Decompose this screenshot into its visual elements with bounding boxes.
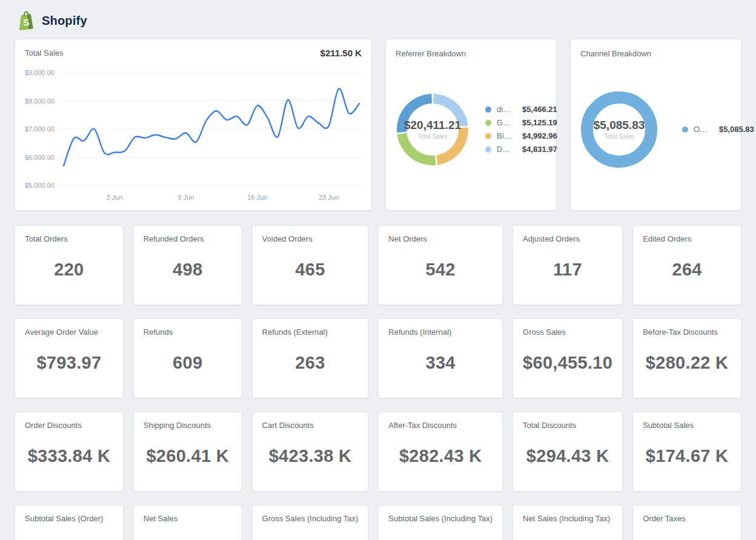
legend-item[interactable]: D…$4,831.97 — [485, 145, 557, 154]
kpi-label: Gross Sales (Including Tax) — [262, 514, 359, 523]
kpi-card: Cart Discounts$423.38 K — [252, 412, 369, 492]
legend-item[interactable]: G…$5,125.19 — [485, 118, 557, 127]
donut-segment[interactable] — [397, 133, 436, 165]
kpi-label: Refunds (Internal) — [388, 328, 492, 337]
svg-text:9 Jun: 9 Jun — [177, 194, 194, 201]
legend-value: $4,831.97 — [522, 145, 557, 154]
kpi-value: 263 — [262, 337, 359, 389]
sales-line — [64, 88, 359, 166]
kpi-value — [523, 523, 612, 540]
kpi-value: 465 — [262, 243, 359, 296]
kpi-label: Order Taxes — [643, 514, 731, 523]
channel-breakdown-title: Channel Breakdown — [580, 49, 731, 58]
total-sales-line-chart: $9,000.00$8,000.00$7,000.00$6,000.00$5,0… — [25, 58, 363, 203]
kpi-card: Gross Sales$60,455.10 — [512, 318, 623, 398]
svg-text:2 Jun: 2 Jun — [107, 194, 123, 201]
kpi-label: Subtotal Sales (Including Tax) — [388, 514, 492, 523]
donut-segment[interactable] — [397, 94, 432, 133]
app-header: S Shopify — [15, 6, 741, 39]
kpi-card: Edited Orders264 — [632, 225, 741, 305]
kpi-value: 220 — [25, 243, 113, 296]
legend-dot-icon — [682, 127, 688, 133]
kpi-card: Total Discounts$294.43 K — [512, 412, 623, 492]
legend-dot-icon — [485, 133, 491, 139]
kpi-card: Before-Tax Discounts$280.22 K — [632, 318, 741, 398]
kpi-value: $333.84 K — [25, 430, 113, 482]
legend-label: G… — [497, 118, 515, 127]
kpi-label: Total Orders — [25, 234, 113, 243]
kpi-value: 609 — [144, 337, 232, 389]
kpi-value: $423.38 K — [262, 430, 359, 482]
kpi-label: Cart Discounts — [262, 421, 359, 430]
legend-value: $5,125.19 — [522, 118, 557, 127]
kpi-label: Before-Tax Discounts — [643, 328, 731, 337]
kpi-label: After-Tax Discounts — [388, 421, 492, 430]
total-sales-card: Total Sales $211.50 K $9,000.00$8,000.00… — [15, 39, 372, 211]
kpi-label: Adjusted Orders — [523, 234, 612, 243]
channel-donut-wrap: $5,085.83 Total Sales — [580, 91, 658, 168]
legend-label: O… — [694, 125, 712, 134]
donut-segment[interactable] — [436, 127, 468, 165]
channel-breakdown-body: $5,085.83 Total Sales O…$5,085.83 — [580, 58, 731, 200]
shopify-logo-icon: S — [18, 11, 35, 30]
kpi-value — [643, 523, 731, 540]
kpi-label: Order Discounts — [25, 421, 113, 430]
legend-value: $5,466.21 — [522, 105, 557, 114]
kpi-label: Average Order Value — [25, 328, 113, 337]
kpi-label: Total Discounts — [523, 421, 612, 430]
kpi-value: $282.43 K — [388, 430, 492, 482]
kpi-value: $793.97 — [25, 337, 113, 389]
kpi-value — [262, 523, 359, 540]
svg-text:23 Jun: 23 Jun — [319, 194, 339, 201]
app-title: Shopify — [42, 14, 87, 28]
channel-donut-chart — [580, 91, 658, 168]
svg-text:$6,000.00: $6,000.00 — [25, 154, 55, 161]
kpi-label: Edited Orders — [643, 234, 731, 243]
legend-item[interactable]: di…$5,466.21 — [485, 105, 557, 114]
channel-breakdown-card: Channel Breakdown $5,085.83 Total Sales … — [570, 39, 741, 211]
donut-segment[interactable] — [587, 97, 651, 162]
legend-label: D… — [497, 145, 515, 154]
kpi-card: Net Sales — [133, 505, 242, 540]
legend-item[interactable]: O…$5,085.83 — [682, 125, 754, 134]
svg-text:$9,000.00: $9,000.00 — [25, 69, 55, 76]
kpi-value: 264 — [643, 243, 731, 296]
top-charts-row: Total Sales $211.50 K $9,000.00$8,000.00… — [15, 39, 741, 211]
kpi-card: After-Tax Discounts$282.43 K — [378, 412, 503, 492]
kpi-card: Refunds (Internal)334 — [378, 318, 503, 398]
legend-value: $4,992.96 — [522, 131, 557, 140]
legend-dot-icon — [485, 120, 491, 126]
kpi-value: 542 — [388, 243, 492, 296]
total-sales-card-header: Total Sales $211.50 K — [25, 48, 362, 58]
kpi-card: Net Sales (Including Tax) — [512, 505, 623, 540]
total-sales-title: Total Sales — [25, 48, 64, 58]
referrer-breakdown-card: Referrer Breakdown $20,411.21 Total Sale… — [385, 39, 557, 211]
legend-item[interactable]: Bi…$4,992.96 — [485, 131, 557, 140]
channel-legend: O…$5,085.83 — [682, 120, 754, 138]
kpi-value: $260.41 K — [144, 430, 232, 482]
referrer-legend: di…$5,466.21G…$5,125.19Bi…$4,992.96D…$4,… — [485, 100, 557, 158]
kpi-label: Net Sales (Including Tax) — [523, 514, 612, 523]
total-sales-summary-value: $211.50 K — [320, 48, 362, 58]
dashboard-page: S Shopify Total Sales $211.50 K $9,000.0… — [0, 0, 756, 540]
kpi-card: Total Orders220 — [15, 225, 124, 305]
kpi-value: 498 — [144, 243, 232, 296]
kpi-card: Gross Sales (Including Tax) — [252, 505, 369, 540]
kpi-card: Subtotal Sales$174.67 K — [632, 412, 741, 492]
referrer-donut-chart — [396, 93, 469, 166]
kpi-card: Subtotal Sales (Including Tax) — [378, 505, 503, 540]
kpi-label: Shipping Discounts — [144, 421, 232, 430]
kpi-label: Refunds (External) — [262, 328, 359, 337]
referrer-donut-wrap: $20,411.21 Total Sales — [396, 93, 469, 166]
kpi-value: $60,455.10 — [523, 337, 612, 389]
kpi-label: Net Orders — [388, 234, 492, 243]
legend-dot-icon — [485, 147, 491, 153]
kpi-value — [25, 523, 113, 540]
kpi-grid: Total Orders220Refunded Orders498Voided … — [15, 225, 741, 540]
kpi-label: Gross Sales — [523, 328, 612, 337]
kpi-label: Net Sales — [144, 514, 232, 523]
svg-text:16 Jun: 16 Jun — [247, 194, 267, 201]
svg-text:$5,000.00: $5,000.00 — [25, 182, 55, 189]
donut-segment[interactable] — [433, 94, 468, 127]
kpi-value: $280.22 K — [643, 337, 731, 389]
